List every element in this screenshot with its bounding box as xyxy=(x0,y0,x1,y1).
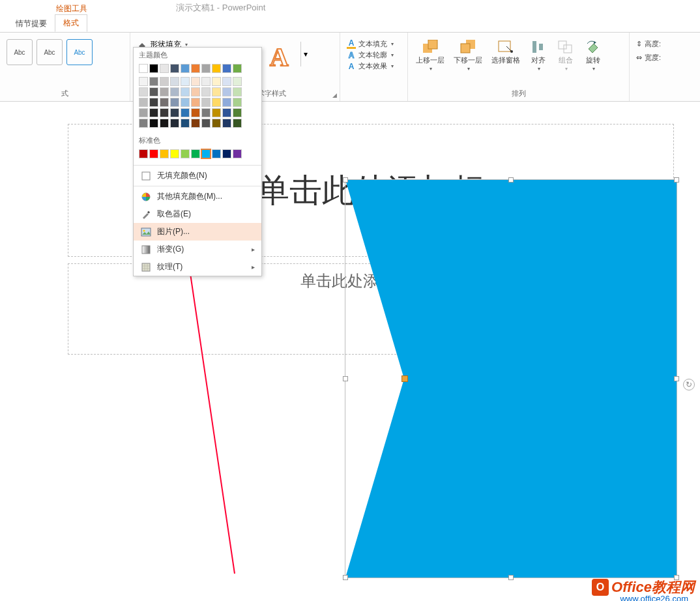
color-swatch[interactable] xyxy=(233,149,242,158)
selection-pane-button[interactable]: 选择窗格 xyxy=(489,38,523,73)
color-swatch[interactable] xyxy=(139,87,148,96)
color-swatch[interactable] xyxy=(233,64,242,73)
color-swatch[interactable] xyxy=(181,149,190,158)
color-swatch[interactable] xyxy=(212,119,221,128)
color-swatch[interactable] xyxy=(160,108,169,117)
color-swatch[interactable] xyxy=(170,108,179,117)
color-swatch[interactable] xyxy=(160,98,169,107)
color-swatch[interactable] xyxy=(139,119,148,128)
rotate-handle[interactable]: ↻ xyxy=(683,379,695,390)
group-button[interactable]: 组合▾ xyxy=(554,38,577,73)
height-control[interactable]: ⇕ 高度: xyxy=(636,39,661,49)
more-colors-item[interactable]: 其他填充颜色(M)... xyxy=(134,188,261,205)
color-swatch[interactable] xyxy=(170,98,179,107)
resize-handle-mr[interactable] xyxy=(674,376,679,381)
rotate-button[interactable]: 旋转▾ xyxy=(581,38,605,73)
text-outline-button[interactable]: A 文本轮廓▾ xyxy=(347,50,401,60)
eyedropper-item[interactable]: 取色器(E) xyxy=(134,205,261,223)
color-swatch[interactable] xyxy=(191,119,200,128)
color-swatch[interactable] xyxy=(149,64,158,73)
texture-fill-item[interactable]: 纹理(T) ▸ xyxy=(134,258,261,276)
resize-handle-tm[interactable] xyxy=(508,177,514,183)
dialog-launcher-icon[interactable]: ◢ xyxy=(332,92,337,98)
resize-handle-tr[interactable] xyxy=(674,177,679,183)
color-swatch[interactable] xyxy=(149,98,158,107)
color-swatch[interactable] xyxy=(201,98,211,107)
gradient-fill-item[interactable]: 渐变(G) ▸ xyxy=(134,241,261,258)
color-swatch[interactable] xyxy=(201,77,211,86)
color-swatch[interactable] xyxy=(191,108,200,117)
color-swatch[interactable] xyxy=(212,77,221,86)
color-swatch[interactable] xyxy=(149,108,158,117)
color-swatch[interactable] xyxy=(181,87,190,96)
align-button[interactable]: 对齐▾ xyxy=(527,38,550,73)
color-swatch[interactable] xyxy=(170,87,179,96)
color-swatch[interactable] xyxy=(139,149,148,158)
color-swatch[interactable] xyxy=(181,119,190,128)
bring-forward-button[interactable]: 上移一层▾ xyxy=(413,38,447,73)
color-swatch[interactable] xyxy=(222,64,231,73)
color-swatch[interactable] xyxy=(139,77,148,86)
color-swatch[interactable] xyxy=(160,149,169,158)
color-swatch[interactable] xyxy=(222,119,231,128)
color-swatch[interactable] xyxy=(170,119,179,128)
color-swatch[interactable] xyxy=(149,149,158,158)
color-swatch[interactable] xyxy=(160,119,169,128)
shape-style-gallery[interactable]: Abc Abc Abc xyxy=(4,35,126,69)
wordart-style-3[interactable]: A xyxy=(270,42,289,72)
color-swatch[interactable] xyxy=(222,87,231,96)
color-swatch[interactable] xyxy=(149,119,158,128)
color-swatch[interactable] xyxy=(222,108,231,117)
text-effects-button[interactable]: A 文本效果▾ xyxy=(347,61,401,71)
color-swatch[interactable] xyxy=(233,119,242,128)
shape-style-3[interactable]: Abc xyxy=(66,39,93,65)
color-swatch[interactable] xyxy=(170,149,179,158)
color-swatch[interactable] xyxy=(149,77,158,86)
color-swatch[interactable] xyxy=(139,108,148,117)
color-swatch[interactable] xyxy=(201,149,211,158)
color-swatch[interactable] xyxy=(212,98,221,107)
resize-handle-bm[interactable] xyxy=(508,575,514,580)
color-swatch[interactable] xyxy=(191,64,200,73)
color-swatch[interactable] xyxy=(139,64,148,73)
color-swatch[interactable] xyxy=(233,108,242,117)
color-swatch[interactable] xyxy=(160,64,169,73)
color-swatch[interactable] xyxy=(191,149,200,158)
color-swatch[interactable] xyxy=(149,87,158,96)
color-swatch[interactable] xyxy=(201,87,211,96)
color-swatch[interactable] xyxy=(170,77,179,86)
color-swatch[interactable] xyxy=(181,64,190,73)
color-swatch[interactable] xyxy=(181,98,190,107)
color-swatch[interactable] xyxy=(191,98,200,107)
color-swatch[interactable] xyxy=(233,77,242,86)
shape-style-2[interactable]: Abc xyxy=(36,39,63,65)
color-swatch[interactable] xyxy=(233,87,242,96)
color-swatch[interactable] xyxy=(222,98,231,107)
color-swatch[interactable] xyxy=(222,149,231,158)
pentagon-shape[interactable]: ↻ xyxy=(345,180,677,578)
resize-handle-ml[interactable] xyxy=(343,376,348,381)
color-swatch[interactable] xyxy=(139,98,148,107)
color-swatch[interactable] xyxy=(201,108,211,117)
adjustment-handle[interactable] xyxy=(401,375,408,382)
tab-outline[interactable]: 情节提要 xyxy=(8,16,55,32)
color-swatch[interactable] xyxy=(201,119,211,128)
shape-style-1[interactable]: Abc xyxy=(7,39,33,65)
color-swatch[interactable] xyxy=(222,77,231,86)
color-swatch[interactable] xyxy=(191,87,200,96)
wordart-more-button[interactable]: ▾ xyxy=(300,42,311,66)
color-swatch[interactable] xyxy=(212,64,221,73)
picture-fill-item[interactable]: 图片(P)... xyxy=(134,223,261,241)
color-swatch[interactable] xyxy=(170,64,179,73)
resize-handle-tl[interactable] xyxy=(343,177,348,183)
send-backward-button[interactable]: 下移一层▾ xyxy=(451,38,485,73)
color-swatch[interactable] xyxy=(233,98,242,107)
color-swatch[interactable] xyxy=(212,87,221,96)
resize-handle-bl[interactable] xyxy=(343,575,348,580)
color-swatch[interactable] xyxy=(201,64,211,73)
color-swatch[interactable] xyxy=(212,108,221,117)
color-swatch[interactable] xyxy=(160,77,169,86)
color-swatch[interactable] xyxy=(160,87,169,96)
color-swatch[interactable] xyxy=(191,77,200,86)
color-swatch[interactable] xyxy=(212,149,221,158)
